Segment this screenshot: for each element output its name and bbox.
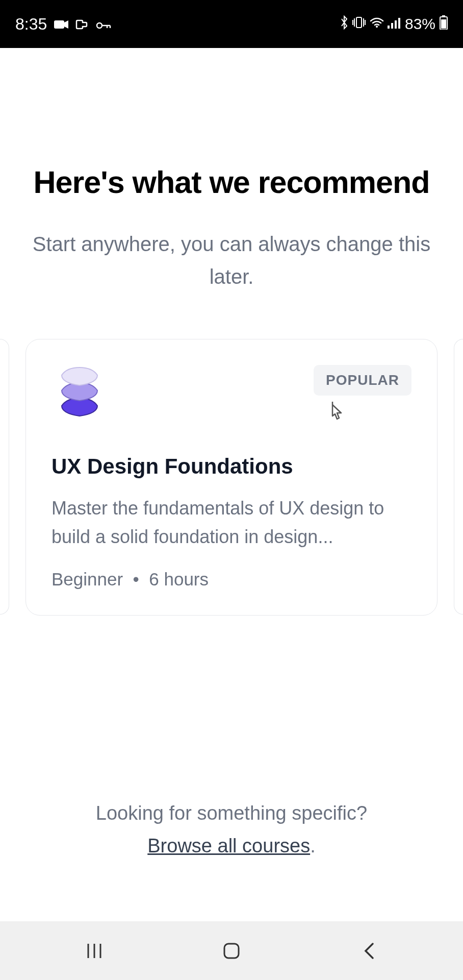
recent-apps-button[interactable] xyxy=(79,936,110,966)
battery-percent: 83% xyxy=(405,15,435,33)
camera-icon xyxy=(54,15,68,34)
page-subtitle: Start anywhere, you can always change th… xyxy=(25,228,438,293)
device-icon xyxy=(75,15,89,34)
bluetooth-icon xyxy=(340,15,349,33)
browse-line: Browse all courses. xyxy=(25,829,438,863)
card-carousel[interactable]: POPULAR UX Design Foundations Master the… xyxy=(25,293,438,616)
home-button[interactable] xyxy=(216,936,247,966)
wifi-icon xyxy=(369,16,384,32)
browse-all-link[interactable]: Browse all courses xyxy=(147,835,310,856)
status-bar-right: 83% xyxy=(340,15,448,33)
card-peek-right[interactable] xyxy=(454,339,463,615)
popular-badge: POPULAR xyxy=(314,365,411,396)
course-duration: 6 hours xyxy=(149,569,209,589)
course-level: Beginner xyxy=(52,569,123,589)
course-title: UX Design Foundations xyxy=(52,454,411,479)
svg-rect-5 xyxy=(356,17,362,28)
svg-point-6 xyxy=(376,26,378,28)
svg-rect-10 xyxy=(398,18,400,29)
svg-rect-8 xyxy=(391,23,393,29)
svg-rect-0 xyxy=(54,20,64,29)
android-nav-bar xyxy=(0,921,463,980)
back-button[interactable] xyxy=(353,936,384,966)
course-description: Master the fundamentals of UX design to … xyxy=(52,494,411,551)
status-bar-left: 8:35 xyxy=(15,15,111,34)
course-meta: Beginner • 6 hours xyxy=(52,569,411,590)
page-title: Here's what we recommend xyxy=(25,165,438,200)
period: . xyxy=(310,835,316,856)
vibrate-icon xyxy=(352,16,366,33)
bottom-prompt: Looking for something specific? xyxy=(25,797,438,830)
status-icons-group xyxy=(340,15,401,33)
main-content: Here's what we recommend Start anywhere,… xyxy=(0,48,463,616)
svg-rect-9 xyxy=(395,20,397,29)
bottom-section: Looking for something specific? Browse a… xyxy=(0,797,463,863)
svg-rect-17 xyxy=(224,944,239,958)
course-card[interactable]: POPULAR UX Design Foundations Master the… xyxy=(25,339,438,616)
battery-icon xyxy=(440,15,448,33)
svg-rect-13 xyxy=(441,19,446,29)
cursor-pointer-icon xyxy=(325,401,345,427)
card-header: POPULAR xyxy=(52,365,411,421)
svg-rect-7 xyxy=(388,26,390,29)
layers-icon xyxy=(52,365,108,421)
signal-icon xyxy=(388,16,401,32)
status-bar: 8:35 83% xyxy=(0,0,463,48)
status-time: 8:35 xyxy=(15,15,47,34)
key-icon xyxy=(96,15,111,34)
svg-point-1 xyxy=(97,23,102,28)
card-peek-left[interactable] xyxy=(0,339,9,615)
